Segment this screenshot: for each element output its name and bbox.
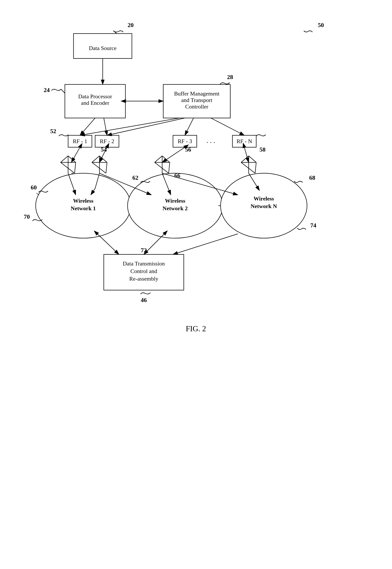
svg-line-6 bbox=[75, 162, 76, 173]
num-60: 60 bbox=[31, 184, 37, 191]
wn2-label1: Wireless bbox=[165, 198, 185, 204]
num-70: 70 bbox=[24, 213, 30, 220]
antenna-wn1-2 bbox=[92, 156, 107, 173]
dtc-label1: Data Transmission bbox=[123, 260, 165, 267]
arrow-bm-rf2 bbox=[107, 118, 185, 135]
num-52: 52 bbox=[50, 128, 56, 135]
svg-line-16 bbox=[154, 162, 169, 173]
num-66: 66 bbox=[174, 172, 180, 179]
arrow-rf3-ant3 bbox=[162, 147, 185, 162]
arrow-bm-rf1 bbox=[80, 118, 180, 135]
arrow-bm-rf3 bbox=[185, 118, 194, 135]
arrow-rfn-antn bbox=[244, 147, 249, 162]
squiggle-52 bbox=[59, 135, 68, 136]
arrow-bm-rfn bbox=[211, 118, 244, 135]
dtc-label2: Control and bbox=[130, 268, 157, 274]
num-20: 20 bbox=[127, 22, 134, 28]
num-28: 28 bbox=[227, 74, 233, 80]
wnn-label2: Network N bbox=[251, 203, 277, 209]
arrow-dp-rf1 bbox=[80, 118, 95, 135]
svg-line-24 bbox=[249, 156, 256, 162]
squiggle-68 bbox=[294, 181, 303, 182]
dp-label1: Data Processor bbox=[78, 93, 112, 100]
rf2-label: RF - 2 bbox=[100, 138, 114, 144]
rf1-label: RF - 1 bbox=[73, 138, 87, 144]
data-source-label: Data Source bbox=[89, 45, 116, 51]
svg-line-12 bbox=[99, 156, 107, 162]
wn1-label1: Wireless bbox=[73, 198, 93, 204]
squiggle-46 bbox=[140, 293, 151, 294]
antenna-wnn bbox=[241, 156, 256, 173]
num-62: 62 bbox=[132, 174, 138, 181]
dtc-label3: Re-assembly bbox=[129, 276, 158, 282]
svg-line-4 bbox=[60, 156, 68, 162]
svg-line-3 bbox=[60, 162, 75, 173]
num-24: 24 bbox=[44, 87, 50, 93]
squiggle-58 bbox=[256, 135, 266, 136]
num-46: 46 bbox=[141, 297, 147, 303]
svg-line-13 bbox=[106, 162, 107, 173]
squiggle-74 bbox=[297, 228, 306, 229]
squiggle-24 bbox=[52, 89, 61, 90]
wn2-label2: Network 2 bbox=[163, 205, 188, 211]
svg-line-19 bbox=[169, 162, 170, 173]
svg-line-25 bbox=[255, 162, 256, 173]
rfn-label: RF - N bbox=[237, 138, 252, 144]
svg-line-11 bbox=[92, 156, 99, 162]
svg-line-22 bbox=[241, 162, 255, 173]
dp-label2: and Encoder bbox=[81, 100, 109, 106]
num-68: 68 bbox=[309, 174, 315, 181]
arrow-wn1-dtc bbox=[97, 234, 119, 255]
num-74: 74 bbox=[310, 222, 316, 229]
wn1-label2: Network 1 bbox=[71, 205, 96, 211]
arrow-rf1-ant1 bbox=[71, 147, 80, 162]
svg-line-10 bbox=[92, 162, 106, 173]
diagram-container: Data Source 20 Data Processor and Encode… bbox=[0, 0, 392, 569]
fig-label: FIG. 2 bbox=[186, 324, 206, 333]
arrow-wn2-dtc bbox=[144, 234, 164, 255]
wnn-label1: Wireless bbox=[254, 195, 274, 202]
antenna-wn2 bbox=[154, 156, 170, 173]
bm-label3: Controller bbox=[185, 104, 209, 110]
bm-label1: Buffer Management bbox=[174, 90, 220, 97]
squiggle-50 bbox=[304, 31, 312, 32]
bm-label2: and Transport bbox=[181, 97, 212, 103]
num-56: 56 bbox=[185, 146, 191, 153]
dots: . . . bbox=[207, 137, 215, 144]
arrow-dp-rf2 bbox=[104, 118, 107, 135]
svg-line-17 bbox=[154, 156, 162, 162]
num-50: 50 bbox=[318, 22, 324, 28]
rf3-label: RF - 3 bbox=[178, 138, 192, 144]
squiggle-24-line bbox=[61, 89, 65, 93]
num-58: 58 bbox=[259, 146, 266, 153]
squiggle-60-line bbox=[36, 193, 39, 195]
